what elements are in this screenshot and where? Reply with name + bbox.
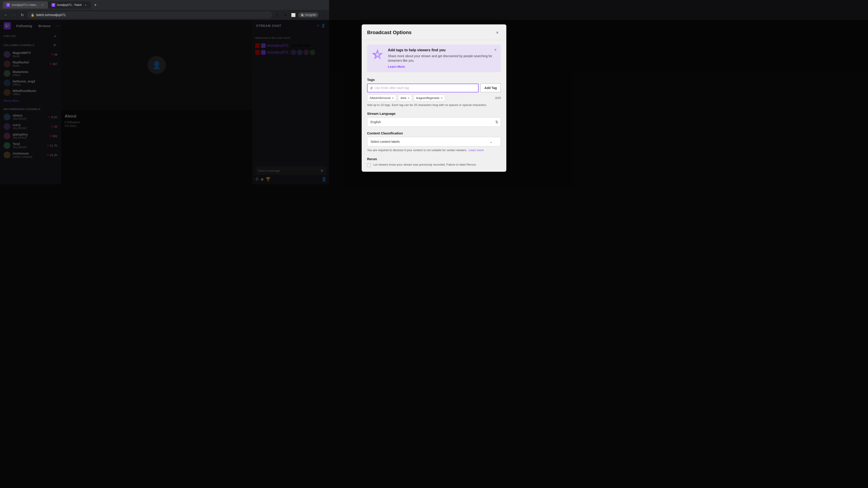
menu-button[interactable]: ⋮ — [320, 12, 327, 18]
tab-close-1[interactable]: × — [41, 3, 44, 7]
tab-title-1: moodjoy071's Videos - Twitch — [12, 3, 39, 6]
address-bar[interactable]: 🔒 twitch.tv/moodjoy071 — [27, 11, 272, 19]
browser-tabs-bar: T moodjoy071's Videos - Twitch × T moodj… — [0, 0, 329, 10]
incognito-badge: 🕵 Incognito — [298, 12, 318, 18]
tab-close-2[interactable]: × — [84, 3, 87, 7]
tab-favicon-1: T — [6, 3, 10, 7]
incognito-label: Incognito — [305, 13, 316, 17]
browser-chrome: T moodjoy071's Videos - Twitch × T moodj… — [0, 0, 329, 20]
browser-tab-2[interactable]: T moodjoy071 - Twitch × — [48, 1, 91, 8]
modal-overlay[interactable]: Broadcast Options × — [0, 20, 329, 184]
url-text: twitch.tv/moodjoy071 — [36, 13, 66, 17]
browser-toolbar: ← → ↻ 🔒 twitch.tv/moodjoy071 ☆ ⇓ ⬜ 🕵 Inc… — [0, 10, 329, 20]
refresh-button[interactable]: ↻ — [19, 12, 25, 18]
browser-tab-1[interactable]: T moodjoy071's Videos - Twitch × — [3, 1, 48, 8]
extensions-button[interactable]: ⬜ — [290, 12, 297, 18]
new-tab-button[interactable]: + — [92, 1, 99, 8]
bookmark-button[interactable]: ☆ — [274, 12, 280, 18]
download-button[interactable]: ⇓ — [282, 12, 288, 18]
tab-favicon-2: T — [52, 3, 55, 7]
forward-button[interactable]: → — [11, 12, 17, 18]
back-button[interactable]: ← — [3, 12, 9, 18]
tab-title-2: moodjoy071 - Twitch — [57, 3, 82, 6]
